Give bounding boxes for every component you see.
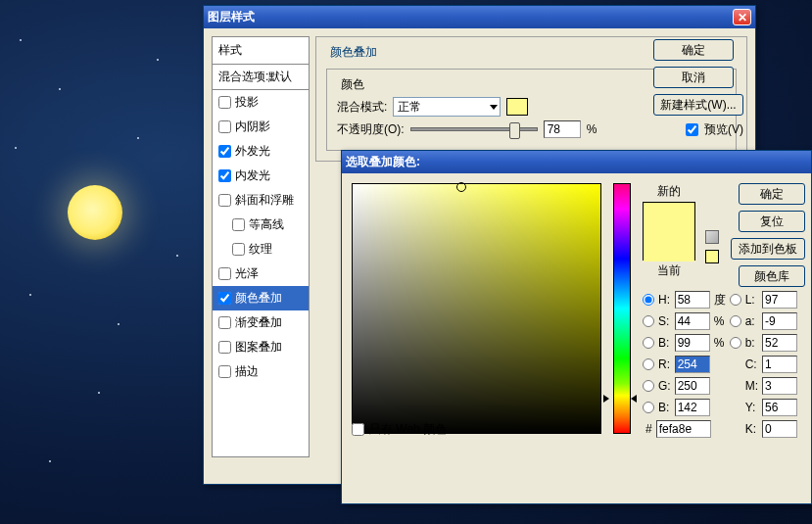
opacity-label: 不透明度(O): xyxy=(337,121,405,138)
style-label: 光泽 xyxy=(235,265,259,282)
new-color-label: 新的 xyxy=(657,183,681,200)
radio-l[interactable] xyxy=(730,294,741,306)
style-checkbox[interactable] xyxy=(218,316,231,329)
bl-input[interactable] xyxy=(675,399,710,416)
ok-button[interactable]: 确定 xyxy=(653,39,734,61)
style-label: 内发光 xyxy=(235,167,270,184)
y-input[interactable] xyxy=(762,399,797,416)
style-label: 图案叠加 xyxy=(235,339,282,356)
a-input[interactable] xyxy=(762,312,797,330)
web-only-label: 只有 Web 颜色 xyxy=(369,421,447,438)
style-row-1[interactable]: 内阴影 xyxy=(213,115,309,139)
hue-slider[interactable] xyxy=(613,183,631,434)
radio-r[interactable] xyxy=(643,358,654,370)
radio-s[interactable] xyxy=(643,315,654,327)
style-label: 外发光 xyxy=(235,143,270,160)
preview-checkbox[interactable] xyxy=(686,123,698,136)
new-current-swatch[interactable] xyxy=(643,202,695,261)
l-input[interactable] xyxy=(762,291,797,309)
style-row-0[interactable]: 投影 xyxy=(213,90,309,115)
cp-reset-button[interactable]: 复位 xyxy=(739,211,805,232)
opacity-input[interactable] xyxy=(544,120,581,138)
style-row-7[interactable]: 光泽 xyxy=(213,262,309,286)
radio-a[interactable] xyxy=(730,315,741,327)
b2-input[interactable] xyxy=(762,334,797,352)
opacity-unit: % xyxy=(587,122,597,136)
slider-thumb[interactable] xyxy=(509,122,520,139)
new-style-button[interactable]: 新建样式(W)... xyxy=(653,94,743,116)
c-input[interactable] xyxy=(762,356,797,373)
hue-arrow-right-icon xyxy=(631,395,637,403)
m-input[interactable] xyxy=(762,377,797,395)
color-field-marker[interactable] xyxy=(456,182,466,192)
layer-style-title: 图层样式 xyxy=(208,9,255,25)
style-checkbox[interactable] xyxy=(232,243,245,256)
color-picker-dialog: 选取叠加颜色: 新的 当前 xyxy=(341,150,812,504)
s-input[interactable] xyxy=(675,312,710,330)
style-label: 等高线 xyxy=(249,216,284,233)
h-input[interactable] xyxy=(675,291,710,309)
current-color-swatch xyxy=(644,232,694,262)
cube-icon[interactable] xyxy=(705,230,719,244)
style-label: 描边 xyxy=(235,363,259,380)
blend-mode-select[interactable]: 正常 xyxy=(393,97,501,117)
radio-g[interactable] xyxy=(643,380,654,392)
preview-label: 预览(V) xyxy=(704,121,743,138)
style-checkbox[interactable] xyxy=(218,145,231,158)
cp-ok-button[interactable]: 确定 xyxy=(739,183,805,205)
hex-input[interactable] xyxy=(656,420,711,438)
r-input[interactable] xyxy=(675,356,710,373)
radio-b2[interactable] xyxy=(730,337,741,349)
style-label: 内阴影 xyxy=(235,119,270,135)
cancel-button[interactable]: 取消 xyxy=(653,67,734,88)
color-field[interactable] xyxy=(352,183,601,434)
inner-title: 颜色 xyxy=(337,76,368,93)
radio-b[interactable] xyxy=(643,337,654,349)
style-checkbox[interactable] xyxy=(218,169,231,182)
blend-mode-label: 混合模式: xyxy=(337,99,387,116)
opacity-slider[interactable] xyxy=(410,127,538,131)
color-swatch[interactable] xyxy=(506,98,528,116)
style-row-4[interactable]: 斜面和浮雕 xyxy=(213,188,309,213)
style-checkbox[interactable] xyxy=(218,292,231,305)
style-label: 斜面和浮雕 xyxy=(235,192,294,209)
blending-options-row[interactable]: 混合选项:默认 xyxy=(213,65,309,90)
color-picker-titlebar[interactable]: 选取叠加颜色: xyxy=(342,151,811,173)
layer-style-titlebar[interactable]: 图层样式 ✕ xyxy=(204,6,755,28)
radio-bl[interactable] xyxy=(643,402,654,413)
close-icon[interactable]: ✕ xyxy=(733,9,751,25)
b-input[interactable] xyxy=(675,334,710,352)
chevron-down-icon xyxy=(490,105,498,110)
style-row-6[interactable]: 纹理 xyxy=(213,237,309,262)
style-checkbox[interactable] xyxy=(218,365,231,378)
new-color-swatch xyxy=(644,203,694,232)
style-checkbox[interactable] xyxy=(218,96,231,109)
style-row-11[interactable]: 描边 xyxy=(213,359,309,384)
web-only-checkbox[interactable] xyxy=(352,423,364,436)
style-label: 渐变叠加 xyxy=(235,314,282,331)
websafe-swatch[interactable] xyxy=(705,250,719,263)
style-label: 颜色叠加 xyxy=(235,290,282,307)
style-checkbox[interactable] xyxy=(218,120,231,133)
color-values-grid: H:度 L: S:% a: B:% b: R: C: G: M: B: Y: K… xyxy=(643,291,801,438)
style-row-3[interactable]: 内发光 xyxy=(213,164,309,188)
color-picker-title: 选取叠加颜色: xyxy=(346,154,420,170)
style-row-10[interactable]: 图案叠加 xyxy=(213,335,309,359)
dialog-buttons: 确定 取消 新建样式(W)... 预览(V) xyxy=(653,39,743,142)
current-color-label: 当前 xyxy=(657,262,681,279)
cp-lib-button[interactable]: 颜色库 xyxy=(739,265,805,287)
style-row-5[interactable]: 等高线 xyxy=(213,213,309,237)
k-input[interactable] xyxy=(762,420,797,438)
g-input[interactable] xyxy=(675,377,710,395)
style-checkbox[interactable] xyxy=(232,218,245,231)
style-checkbox[interactable] xyxy=(218,267,231,280)
cp-add-button[interactable]: 添加到色板 xyxy=(731,238,805,260)
style-checkbox[interactable] xyxy=(218,341,231,354)
blending-options-label: 混合选项:默认 xyxy=(218,69,292,85)
radio-h[interactable] xyxy=(643,294,654,306)
style-checkbox[interactable] xyxy=(218,194,231,207)
style-row-9[interactable]: 渐变叠加 xyxy=(213,310,309,335)
styles-header[interactable]: 样式 xyxy=(213,37,309,65)
style-row-2[interactable]: 外发光 xyxy=(213,139,309,164)
style-row-8[interactable]: 颜色叠加 xyxy=(213,286,309,310)
